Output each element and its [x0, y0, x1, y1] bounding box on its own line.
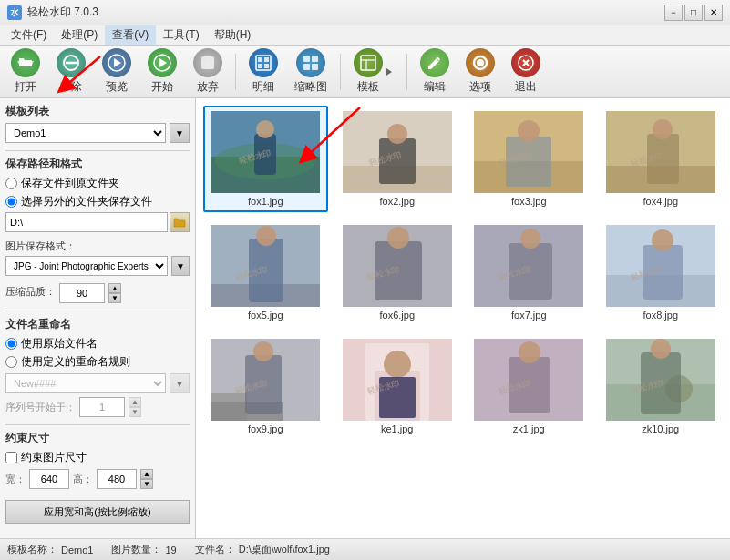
- svg-point-31: [256, 120, 274, 138]
- compression-down-btn[interactable]: ▼: [108, 293, 121, 303]
- quit-button[interactable]: 退出: [506, 46, 546, 97]
- path-input-row: [5, 212, 190, 232]
- options-icon: [466, 48, 495, 77]
- svg-point-75: [384, 351, 411, 378]
- svg-point-51: [256, 226, 276, 246]
- menu-view[interactable]: 查看(V): [105, 25, 156, 45]
- rename-label: 文件名重命名: [5, 317, 190, 332]
- template-list-section: 模板列表 Demo1 ▼: [5, 104, 190, 143]
- close-button[interactable]: ✕: [704, 5, 723, 21]
- folder-browse-btn[interactable]: [170, 212, 190, 232]
- svg-point-36: [387, 124, 407, 144]
- image-cell-2[interactable]: 轻松水印 fox2.jpg: [335, 106, 460, 212]
- preview-icon: [102, 48, 131, 77]
- menu-tools[interactable]: 工具(T): [156, 25, 206, 45]
- format-select[interactable]: JPG - Joint Photographic Experts: [5, 256, 168, 276]
- svg-rect-9: [258, 57, 262, 62]
- template-button[interactable]: 模板: [348, 46, 399, 97]
- title-bar: 水 轻松水印 7.0.3 － □ ✕: [0, 0, 730, 25]
- maximize-button[interactable]: □: [684, 5, 703, 21]
- svg-rect-16: [312, 64, 318, 70]
- image-cell-5[interactable]: 轻松水印 fox5.jpg: [203, 219, 328, 326]
- use-custom-option[interactable]: 使用定义的重命名规则: [5, 354, 190, 370]
- image-wrapper-6: 轻松水印: [343, 225, 452, 307]
- image-cell-8[interactable]: 轻松水印 fox8.jpg: [599, 219, 724, 326]
- path-input[interactable]: [5, 212, 168, 232]
- menu-file[interactable]: 文件(F): [4, 25, 54, 45]
- remove-button[interactable]: 移除: [51, 46, 91, 97]
- cancel-label: 放弃: [197, 79, 219, 95]
- thumbnail-button[interactable]: 缩略图: [289, 46, 333, 97]
- format-dropdown-btn[interactable]: ▼: [171, 256, 190, 276]
- image-cell-1[interactable]: 轻松水印 fox1.jpg: [203, 106, 328, 212]
- use-original-option[interactable]: 使用原始文件名: [5, 336, 190, 351]
- image-cell-7[interactable]: 轻松水印 fox7.jpg: [467, 219, 591, 326]
- height-input[interactable]: [97, 469, 137, 489]
- open-button[interactable]: 打开: [5, 46, 46, 97]
- toolbar: 打开 移除 预览 开始 放弃: [0, 46, 730, 98]
- save-other-radio[interactable]: [5, 196, 17, 208]
- template-status-value: Demo1: [61, 545, 93, 555]
- image-label-8: fox8.jpg: [643, 310, 678, 321]
- svg-rect-7: [201, 56, 214, 69]
- template-icon: [354, 48, 383, 77]
- compression-up-btn[interactable]: ▲: [108, 283, 121, 293]
- template-dropdown-btn[interactable]: ▼: [170, 123, 190, 143]
- compression-label: 压缩品质：: [5, 285, 56, 299]
- constrain-checkbox-item[interactable]: 约束图片尺寸: [5, 450, 190, 465]
- use-original-label: 使用原始文件名: [21, 336, 98, 351]
- image-wrapper-11: 轻松水印: [474, 339, 583, 421]
- compression-row: 压缩品质： ▲ ▼: [5, 283, 190, 303]
- cancel-button[interactable]: 放弃: [188, 46, 228, 97]
- template-status: 模板名称： Demo1: [7, 543, 93, 556]
- save-other-option[interactable]: 选择另外的文件夹保存文件: [5, 194, 190, 209]
- height-down-btn[interactable]: ▼: [140, 479, 153, 489]
- minimize-button[interactable]: －: [664, 5, 683, 21]
- constrain-checkbox[interactable]: [5, 452, 17, 463]
- divider-1: [5, 150, 190, 151]
- image-cell-10[interactable]: 轻松水印 ke1.jpg: [335, 333, 460, 440]
- height-up-btn[interactable]: ▲: [140, 469, 153, 479]
- use-original-radio[interactable]: [5, 338, 17, 350]
- template-list-label: 模板列表: [5, 104, 190, 119]
- detail-button[interactable]: 明细: [243, 46, 283, 97]
- use-custom-radio[interactable]: [5, 356, 17, 368]
- pattern-select[interactable]: New####: [5, 373, 166, 393]
- image-label-9: fox9.jpg: [248, 423, 283, 434]
- svg-point-64: [652, 229, 673, 251]
- edit-label: 编辑: [424, 79, 446, 95]
- save-source-option[interactable]: 保存文件到原文件夹: [5, 176, 190, 191]
- image-cell-4[interactable]: 轻松水印 fox4.jpg: [599, 106, 724, 212]
- compression-input[interactable]: [59, 283, 105, 303]
- image-cell-12[interactable]: 轻松水印 zk10.jpg: [599, 333, 724, 440]
- options-button[interactable]: 选项: [460, 46, 500, 97]
- save-source-radio[interactable]: [5, 178, 17, 189]
- options-label: 选项: [469, 79, 491, 95]
- menu-process[interactable]: 处理(P): [54, 25, 105, 45]
- width-input[interactable]: [29, 469, 69, 489]
- image-cell-6[interactable]: 轻松水印 fox6.jpg: [335, 219, 460, 326]
- save-source-label: 保存文件到原文件夹: [21, 176, 119, 191]
- separator-1: [235, 54, 236, 90]
- image-cell-3[interactable]: 轻松水印 fox3.jpg: [467, 106, 591, 212]
- file-status-label: 文件名：: [195, 543, 235, 556]
- menu-help[interactable]: 帮助(H): [207, 25, 259, 45]
- pattern-dropdown-btn: ▼: [170, 373, 190, 393]
- edit-icon: [420, 48, 449, 77]
- separator-3: [406, 54, 407, 90]
- image-cell-9[interactable]: 轻松水印 fox9.jpg: [203, 333, 328, 440]
- image-wrapper-9: 轻松水印: [211, 339, 320, 421]
- edit-button[interactable]: 编辑: [415, 46, 455, 97]
- apply-button[interactable]: 应用宽和高(按比例缩放): [5, 500, 190, 524]
- sequence-spinner-btns: ▲ ▼: [129, 397, 141, 417]
- preview-button[interactable]: 预览: [97, 46, 137, 97]
- image-cell-11[interactable]: 轻松水印 zk1.jpg: [467, 333, 591, 440]
- template-select[interactable]: Demo1: [5, 123, 166, 143]
- image-wrapper-1: 轻松水印: [211, 111, 320, 193]
- compression-section: 压缩品质： ▲ ▼: [5, 283, 190, 303]
- image-wrapper-12: 轻松水印: [606, 339, 715, 421]
- sequence-up-btn: ▲: [129, 397, 141, 407]
- start-button[interactable]: 开始: [142, 46, 182, 97]
- remove-icon: [57, 48, 86, 77]
- svg-rect-10: [264, 57, 269, 62]
